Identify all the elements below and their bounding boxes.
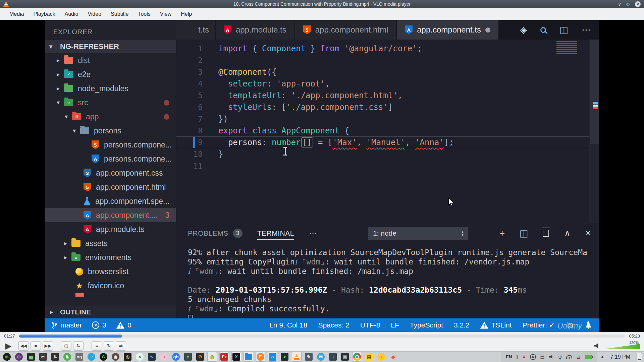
clipboard-icon[interactable]: ▤ [540,355,545,359]
code-editor[interactable]: 1import { Component } from '@angular/cor… [176,40,599,223]
taskbar-clock[interactable]: 7:19 PM [610,354,630,360]
qbittorrent-icon[interactable]: qb [171,352,181,362]
status-ln-9-col-18[interactable]: Ln 9, Col 18 [269,321,307,329]
microphone-icon[interactable]: ψ [558,355,562,359]
split-terminal-icon[interactable]: ◫ [520,228,528,239]
curve-app-icon[interactable]: ∿ [147,352,157,362]
split-editor-icon[interactable]: ◫ [559,24,568,35]
sticky-notes-icon[interactable]: ▤ [364,352,374,362]
battery-icon[interactable] [585,355,592,359]
xterm-icon[interactable]: X [231,352,241,362]
tree-item-node-modules[interactable]: ▸node_modules [45,81,176,96]
open-changes-icon[interactable]: ◈ [520,24,527,35]
tab-app-component-ts[interactable]: Aapp.component.ts [397,20,499,40]
minimize-icon[interactable]: ∨ [618,2,621,6]
music-app-icon[interactable]: ♪ [328,352,338,362]
firefox-icon[interactable]: F [256,352,265,362]
extended-settings-button[interactable]: ⇅ [73,341,84,351]
close-panel-icon[interactable]: × [585,228,591,239]
tab-app-module-ts[interactable]: Aapp.module.ts [216,20,295,40]
language-indicator[interactable]: EN [506,354,512,359]
settings-sliders-icon[interactable]: ⇅ [50,352,60,362]
menu-subtitle[interactable]: Subtitle [106,11,133,17]
tab-app-component-html[interactable]: 5app.component.html [295,20,397,40]
panel-more-icon[interactable]: ⋯ [309,229,318,238]
explorer-root-folder[interactable]: ▾ NG-REFRESHER [45,40,176,53]
status-prettier-[interactable]: Prettier: ✓ [523,321,555,329]
maximize-icon[interactable]: ◇ [626,2,630,6]
tree-item-browserslist[interactable]: browserslist [45,264,176,279]
tree-item-app-component-css[interactable]: 3app.component.css [45,166,176,180]
previous-button[interactable]: ◀◀ [18,341,29,351]
tree-item-app-component-[interactable]: Aapp.component....3 [45,208,176,222]
kill-terminal-icon[interactable] [543,230,549,237]
tree-item-assets[interactable]: ▸assets [45,236,176,250]
headphones-app-icon[interactable]: ∩ [183,352,193,362]
tree-item-clipped[interactable] [45,293,176,307]
tree-item-app-module-ts[interactable]: Aapp.module.ts [45,222,176,236]
menu-audio[interactable]: Audio [60,11,83,17]
c-compiler-icon[interactable]: C [99,352,108,362]
chrome-icon[interactable] [352,352,362,362]
next-button[interactable]: ▶▶ [43,341,53,351]
playlist-button[interactable]: ≡ [92,341,102,351]
git-branch-item[interactable]: master [52,321,82,329]
tree-item-e2e[interactable]: ▸✓e2e [45,67,176,81]
random-button[interactable]: ⇄ [116,341,126,351]
more-actions-icon[interactable]: ⋯ [582,24,591,35]
terminal-select[interactable]: 1: node ▴▾ [368,227,469,240]
menu-media[interactable]: Media [5,11,29,17]
volume-icon[interactable] [549,355,554,359]
status--[interactable]: ☺ [566,320,575,330]
bird-app-icon[interactable]: ◗ [376,352,386,362]
image-viewer-icon[interactable]: ◎ [123,352,132,362]
menu-view[interactable]: View [155,11,176,17]
chat-app-icon[interactable]: ✉ [316,352,326,362]
status-spaces-2[interactable]: Spaces: 2 [318,321,349,329]
errors-item[interactable]: × 3 [92,321,106,329]
outline-section[interactable]: ▸ OUTLINE [45,305,176,318]
tree-item-app-component-spe-[interactable]: app.component.spe... [45,194,176,208]
tab-problems[interactable]: PROBLEMS 3 [188,229,243,238]
wifi-icon[interactable] [566,355,572,359]
wine-app-icon[interactable]: × [135,352,145,362]
accessibility-icon[interactable]: A [530,354,536,360]
gnome-app-icon[interactable]: ♞ [62,352,72,362]
warnings-item[interactable]: 0 [116,321,131,329]
nq-app-icon[interactable]: nq [74,352,84,362]
scrollbar-thumb[interactable] [590,40,599,144]
pause-icon[interactable]: ‖ [516,355,518,359]
telegram-icon[interactable]: → [87,352,96,362]
menu-playback[interactable]: Playback [29,11,60,17]
blender-icon[interactable]: ʘ [195,352,205,362]
vscode-icon[interactable]: ‹› [268,352,277,362]
tree-item-persons[interactable]: ▾persons [45,124,176,138]
notifications-bell-icon[interactable] [585,321,592,329]
tab-t-ts[interactable]: t.ts [176,20,216,40]
tab-terminal[interactable]: TERMINAL [257,229,294,240]
download-app-icon[interactable]: ◆ [388,352,398,362]
tree-item-app[interactable]: ▾⠿app [45,110,176,124]
status-lf[interactable]: LF [391,321,399,329]
play-button[interactable]: ▶ [3,341,14,351]
tree-item-persons-compone-[interactable]: Apersons.compone... [45,152,176,166]
record-icon[interactable]: ● [523,355,525,359]
terminal-output[interactable]: 92% after chunk asset optimization Sourc… [176,243,599,323]
gimp-icon[interactable]: ◉ [111,352,120,362]
opensuse-icon[interactable]: ⊚ [2,352,12,362]
volume-slider[interactable] [602,344,640,349]
video-frame[interactable]: t.tsAapp.module.ts5app.component.htmlAap… [0,20,644,332]
search-editor-icon[interactable] [540,27,546,33]
tree-item-src[interactable]: ▾‹›src [45,96,176,110]
tree-item-dist[interactable]: ▸dist [45,53,176,67]
close-icon[interactable]: × [635,1,641,7]
status-3-2-2[interactable]: 3.2.2 [454,321,470,329]
seek-slider[interactable] [19,335,625,338]
status-tslint[interactable]: TSLint [480,321,512,329]
vlc-icon[interactable] [292,352,302,362]
terminal-app-icon[interactable]: > [280,352,289,362]
minimap[interactable] [556,41,577,54]
loop-button[interactable]: ↻ [104,341,114,351]
editor-scrollbar[interactable] [589,40,599,223]
tree-item-environments[interactable]: ▸▲environments [45,250,176,264]
